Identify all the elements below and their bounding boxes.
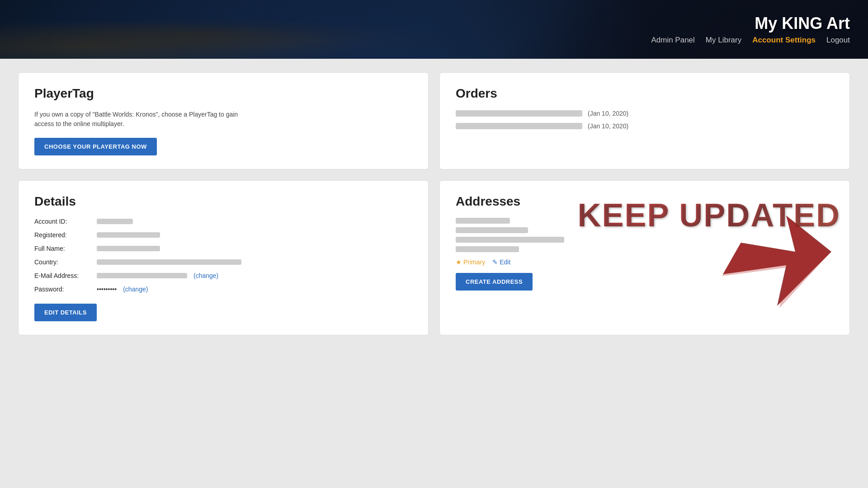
- address-actions: ★ Primary ✎ Edit: [456, 258, 834, 266]
- dashboard-grid: PlayerTag If you own a copy of "Battle W…: [18, 72, 850, 335]
- orders-title: Orders: [456, 86, 834, 101]
- nav-links: Admin Panel My Library Account Settings …: [651, 36, 850, 45]
- addr-line-3: [456, 237, 564, 243]
- create-address-button[interactable]: CREATE ADDRESS: [456, 273, 533, 291]
- account-id-label: Account ID:: [34, 218, 93, 225]
- edit-details-button[interactable]: EDIT DETAILS: [34, 304, 97, 321]
- account-id-value: [97, 219, 133, 224]
- star-icon: ★: [456, 258, 462, 266]
- country-label: Country:: [34, 258, 93, 266]
- order-date-1: (Jan 10, 2020): [588, 110, 628, 117]
- details-registered-row: Registered:: [34, 231, 412, 239]
- nav-logout[interactable]: Logout: [826, 36, 850, 45]
- order-blur-2: [456, 123, 582, 129]
- email-label: E-Mail Address:: [34, 272, 93, 279]
- addresses-title: Addresses: [456, 194, 834, 209]
- details-password-row: Password: ••••••••• (change): [34, 286, 412, 293]
- header-nav: My KING Art Admin Panel My Library Accou…: [651, 14, 850, 45]
- order-date-2: (Jan 10, 2020): [588, 122, 628, 130]
- addr-line-2: [456, 227, 528, 233]
- details-account-id-row: Account ID:: [34, 218, 412, 225]
- choose-playertag-button[interactable]: CHOOSE YOUR PLAYERTAG NOW: [34, 138, 157, 155]
- playertag-title: PlayerTag: [34, 86, 412, 101]
- password-change-link[interactable]: (change): [123, 286, 148, 293]
- addr-line-1: [456, 218, 510, 224]
- password-dots: •••••••••: [97, 286, 117, 293]
- fullname-label: Full Name:: [34, 245, 93, 252]
- header-art: [0, 0, 564, 59]
- details-email-row: E-Mail Address: (change): [34, 272, 412, 279]
- password-label: Password:: [34, 286, 93, 293]
- registered-label: Registered:: [34, 231, 93, 239]
- playertag-description: If you own a copy of "Battle Worlds: Kro…: [34, 110, 251, 129]
- country-value: [97, 259, 241, 265]
- main-content: PlayerTag If you own a copy of "Battle W…: [0, 59, 868, 488]
- nav-admin-panel[interactable]: Admin Panel: [651, 36, 694, 45]
- address-edit-link[interactable]: ✎ Edit: [492, 258, 510, 266]
- details-country-row: Country:: [34, 258, 412, 266]
- pencil-icon: ✎: [492, 258, 498, 266]
- playertag-card: PlayerTag If you own a copy of "Battle W…: [18, 72, 429, 169]
- site-header: My KING Art Admin Panel My Library Accou…: [0, 0, 868, 59]
- nav-account-settings[interactable]: Account Settings: [752, 36, 816, 45]
- nav-my-library[interactable]: My Library: [706, 36, 741, 45]
- order-row-1: (Jan 10, 2020): [456, 110, 834, 117]
- site-title: My KING Art: [651, 14, 850, 33]
- addresses-card: Addresses KEEP UPDATED ★ Primary ✎ Edit: [439, 180, 850, 335]
- details-card: Details Account ID: Registered: Full Nam…: [18, 180, 429, 335]
- primary-label: ★ Primary: [456, 258, 485, 266]
- email-value: [97, 273, 187, 278]
- addr-line-4: [456, 246, 519, 252]
- details-fullname-row: Full Name:: [34, 245, 412, 252]
- fullname-value: [97, 246, 160, 251]
- arrow-overlay: [714, 216, 840, 317]
- registered-value: [97, 232, 160, 238]
- orders-card: Orders (Jan 10, 2020) (Jan 10, 2020): [439, 72, 850, 169]
- details-title: Details: [34, 194, 412, 209]
- order-row-2: (Jan 10, 2020): [456, 122, 834, 130]
- email-change-link[interactable]: (change): [193, 272, 218, 279]
- order-blur-1: [456, 110, 582, 117]
